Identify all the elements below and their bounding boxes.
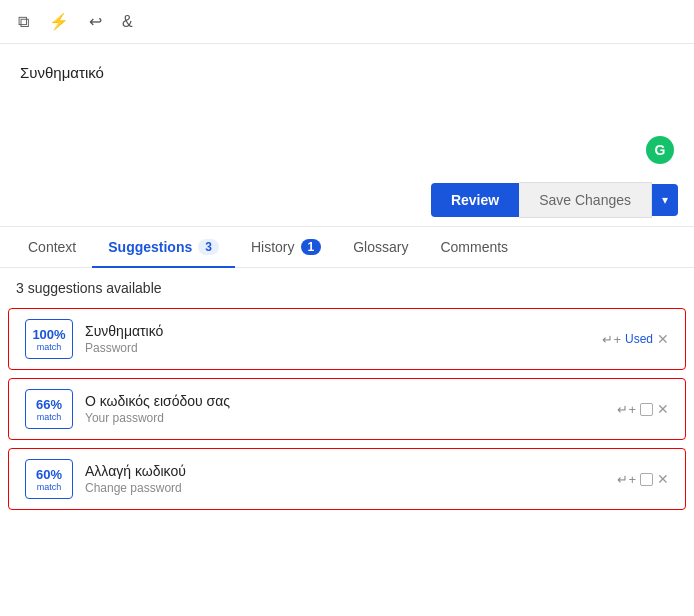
suggestion-item-1[interactable]: 100% match Συνθηματικό Password ↵+ Used …: [8, 308, 686, 370]
suggestion-item-2[interactable]: 66% match Ο κωδικός εισόδου σας Your pas…: [8, 378, 686, 440]
close-icon-1[interactable]: ✕: [657, 331, 669, 347]
close-icon-3[interactable]: ✕: [657, 471, 669, 487]
suggestion-actions-2: ↵+ ✕: [617, 401, 669, 417]
suggestions-header: 3 suggestions available: [0, 268, 694, 308]
action-bar: Review Save Changes ▾: [0, 174, 694, 227]
match-badge-1: 100% match: [25, 319, 73, 359]
tab-suggestions[interactable]: Suggestions 3: [92, 227, 235, 267]
insert-arrow-icon-2: ↵+: [617, 402, 636, 417]
toolbar: ⧉ ⚡ ↩ &: [0, 0, 694, 44]
editor-text: Συνθηματικό: [20, 64, 674, 81]
used-label: Used: [625, 332, 653, 346]
close-icon-2[interactable]: ✕: [657, 401, 669, 417]
suggestion-text-1: Συνθηματικό Password: [85, 323, 602, 355]
review-button[interactable]: Review: [431, 183, 519, 217]
match-badge-2: 66% match: [25, 389, 73, 429]
bolt-button[interactable]: ⚡: [43, 8, 75, 35]
suggestion-item-3[interactable]: 60% match Αλλαγή κωδικού Change password…: [8, 448, 686, 510]
tab-glossary[interactable]: Glossary: [337, 227, 424, 267]
insert-arrow-icon: ↵+: [602, 332, 621, 347]
grammarly-icon[interactable]: G: [646, 136, 674, 164]
match-badge-3: 60% match: [25, 459, 73, 499]
tabs: Context Suggestions 3 History 1 Glossary…: [0, 227, 694, 268]
history-badge: 1: [301, 239, 322, 255]
suggestion-actions-3: ↵+ ✕: [617, 471, 669, 487]
tab-comments[interactable]: Comments: [424, 227, 524, 267]
copy-icon-2[interactable]: [640, 403, 653, 416]
suggestion-actions-1: ↵+ Used ✕: [602, 331, 669, 347]
ampersand-button[interactable]: &: [116, 9, 139, 35]
editor-area: Συνθηματικό G: [0, 44, 694, 174]
suggestions-badge: 3: [198, 239, 219, 255]
tab-context[interactable]: Context: [12, 227, 92, 267]
copy-icon-3[interactable]: [640, 473, 653, 486]
insert-arrow-icon-3: ↵+: [617, 472, 636, 487]
suggestions-list: 100% match Συνθηματικό Password ↵+ Used …: [0, 308, 694, 510]
tab-history[interactable]: History 1: [235, 227, 337, 267]
undo-button[interactable]: ↩: [83, 8, 108, 35]
suggestion-text-2: Ο κωδικός εισόδου σας Your password: [85, 393, 617, 425]
dropdown-button[interactable]: ▾: [652, 184, 678, 216]
suggestion-text-3: Αλλαγή κωδικού Change password: [85, 463, 617, 495]
save-changes-button[interactable]: Save Changes: [519, 182, 652, 218]
copy-button[interactable]: ⧉: [12, 9, 35, 35]
